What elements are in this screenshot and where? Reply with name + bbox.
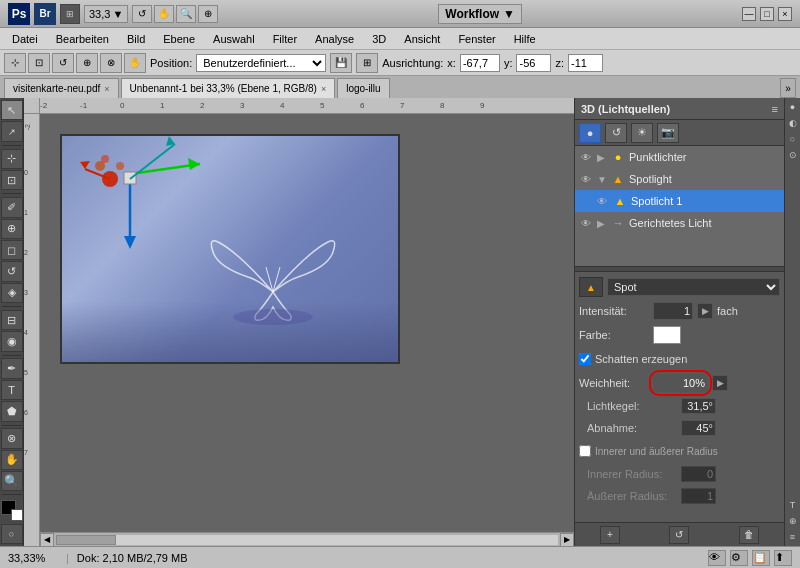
tool-brush[interactable]: ✐ — [1, 197, 23, 217]
menu-3d[interactable]: 3D — [364, 31, 394, 47]
menu-hilfe[interactable]: Hilfe — [506, 31, 544, 47]
hand-tool[interactable]: ✋ — [154, 5, 174, 23]
tool-zoom[interactable]: 🔍 — [1, 471, 23, 491]
farbe-colorbox[interactable] — [653, 326, 681, 344]
panel-icon-camera[interactable]: 📷 — [657, 123, 679, 143]
position-icon[interactable]: 💾 — [330, 53, 352, 73]
light-item-1[interactable]: 👁 ▼ ▲ Spotlight — [575, 168, 784, 190]
menu-auswahl[interactable]: Auswahl — [205, 31, 263, 47]
mini-tool-7[interactable]: ≡ — [786, 530, 800, 544]
transform-tool[interactable]: ⊕ — [198, 5, 218, 23]
panel-icon-light[interactable]: ☀ — [631, 123, 653, 143]
tool-heal[interactable]: ⊕ — [1, 219, 23, 239]
eye-icon-1[interactable]: 👁 — [579, 172, 593, 186]
status-icon-4[interactable]: ⬆ — [774, 550, 792, 566]
tool-3d[interactable]: ⊗ — [1, 428, 23, 448]
menu-ebene[interactable]: Ebene — [155, 31, 203, 47]
tool-eraser[interactable]: ◈ — [1, 283, 23, 303]
minimize-button[interactable]: — — [742, 7, 756, 21]
position-select[interactable]: Benutzerdefiniert... — [196, 54, 326, 72]
reset-light-btn[interactable]: ↺ — [669, 526, 689, 544]
mini-tool-6[interactable]: ⊕ — [786, 514, 800, 528]
tool-direct-select[interactable]: ↗ — [1, 121, 23, 141]
tool-text[interactable]: T — [1, 380, 23, 400]
eye-icon-3[interactable]: 👁 — [579, 216, 593, 230]
eye-icon-2[interactable]: 👁 — [595, 194, 609, 208]
opt-icon-5[interactable]: ⊗ — [100, 53, 122, 73]
schatten-checkbox[interactable] — [579, 353, 591, 365]
scroll-left-btn[interactable]: ◀ — [40, 533, 54, 547]
weichheit-arrow[interactable]: ▶ — [712, 375, 728, 391]
mini-tool-2[interactable]: ◐ — [786, 116, 800, 130]
grid-icon[interactable]: ⊞ — [356, 53, 378, 73]
panel-icon-sphere[interactable]: ● — [579, 123, 601, 143]
tab-overflow[interactable]: » — [780, 78, 796, 98]
delete-light-btn[interactable]: 🗑 — [739, 526, 759, 544]
panel-menu-button[interactable]: ≡ — [772, 103, 778, 115]
tool-crop[interactable]: ⊡ — [1, 170, 23, 190]
menu-bild[interactable]: Bild — [119, 31, 153, 47]
panel-icon-rotate[interactable]: ↺ — [605, 123, 627, 143]
tab-0-close[interactable]: × — [104, 84, 109, 94]
color-foreground[interactable] — [1, 500, 23, 520]
menu-datei[interactable]: Datei — [4, 31, 46, 47]
innerer-radius-input[interactable] — [681, 466, 716, 482]
tool-stamp[interactable]: ◻ — [1, 240, 23, 260]
innerer-checkbox[interactable] — [579, 445, 591, 457]
nav-icon[interactable]: ⊞ — [60, 4, 80, 24]
tool-selection[interactable]: ↖ — [1, 100, 23, 120]
menu-fenster[interactable]: Fenster — [450, 31, 503, 47]
abnahme-input[interactable] — [681, 420, 716, 436]
opt-icon-1[interactable]: ⊹ — [4, 53, 26, 73]
opt-icon-4[interactable]: ⊕ — [76, 53, 98, 73]
mini-tool-3[interactable]: ○ — [786, 132, 800, 146]
light-item-2[interactable]: 👁 ▲ Spotlicht 1 — [575, 190, 784, 212]
menu-ansicht[interactable]: Ansicht — [396, 31, 448, 47]
x-input[interactable] — [460, 54, 500, 72]
rotate-tool[interactable]: ↺ — [132, 5, 152, 23]
zoom-tool[interactable]: 🔍 — [176, 5, 196, 23]
opt-icon-3[interactable]: ↺ — [52, 53, 74, 73]
status-icon-3[interactable]: 📋 — [752, 550, 770, 566]
hscroll-track[interactable] — [56, 535, 558, 545]
tab-1[interactable]: Unbenannt-1 bei 33,3% (Ebene 1, RGB/8) × — [121, 78, 336, 98]
lichtkegel-input[interactable] — [681, 398, 716, 414]
mini-tool-1[interactable]: ● — [786, 100, 800, 114]
tool-mode[interactable]: ○ — [1, 524, 23, 544]
tool-pen[interactable]: ✒ — [1, 358, 23, 378]
add-light-btn[interactable]: + — [600, 526, 620, 544]
tab-0[interactable]: visitenkarte-neu.pdf × — [4, 78, 119, 98]
close-button[interactable]: × — [778, 7, 792, 21]
light-type-select[interactable]: Spot Punkt Gerichtet — [607, 278, 780, 296]
hscroll-thumb[interactable] — [56, 535, 116, 545]
light-item-3[interactable]: 👁 ▶ → Gerichtetes Licht — [575, 212, 784, 234]
tool-shape[interactable]: ⬟ — [1, 401, 23, 421]
eye-icon-0[interactable]: 👁 — [579, 150, 593, 164]
aeusserer-radius-input[interactable] — [681, 488, 716, 504]
tool-history[interactable]: ↺ — [1, 261, 23, 281]
scroll-right-btn[interactable]: ▶ — [560, 533, 574, 547]
opt-icon-2[interactable]: ⊡ — [28, 53, 50, 73]
menu-bearbeiten[interactable]: Bearbeiten — [48, 31, 117, 47]
tool-hand[interactable]: ✋ — [1, 450, 23, 470]
tab-1-close[interactable]: × — [321, 84, 326, 94]
mini-tool-5[interactable]: T — [786, 498, 800, 512]
menu-analyse[interactable]: Analyse — [307, 31, 362, 47]
intensitaet-arrow[interactable]: ▶ — [697, 303, 713, 319]
tool-slice[interactable]: ⊹ — [1, 149, 23, 169]
tool-dodge[interactable]: ◉ — [1, 331, 23, 351]
tab-2[interactable]: logo-illu — [337, 78, 389, 98]
mini-tool-4[interactable]: ⊙ — [786, 148, 800, 162]
menu-filter[interactable]: Filter — [265, 31, 305, 47]
light-item-0[interactable]: 👁 ▶ ● Punktlichter — [575, 146, 784, 168]
intensitaet-input[interactable] — [653, 302, 693, 320]
z-input[interactable] — [568, 54, 603, 72]
tool-gradient[interactable]: ⊟ — [1, 310, 23, 330]
maximize-button[interactable]: □ — [760, 7, 774, 21]
weichheit-input[interactable] — [653, 374, 708, 392]
workflow-dropdown[interactable]: Workflow ▼ — [438, 4, 522, 24]
y-input[interactable] — [516, 54, 551, 72]
status-icon-1[interactable]: 👁 — [708, 550, 726, 566]
opt-icon-6[interactable]: ✋ — [124, 53, 146, 73]
status-icon-2[interactable]: ⚙ — [730, 550, 748, 566]
